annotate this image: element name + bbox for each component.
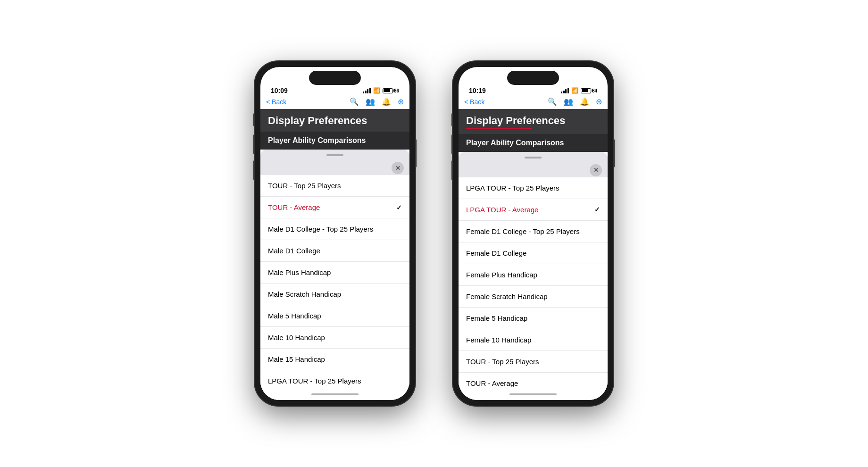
- status-icons-left: 📶 86: [363, 87, 399, 94]
- nav-bar-left: < Back 🔍 👥 🔔 ⊕: [260, 95, 409, 109]
- nav-actions-left: 🔍 👥 🔔 ⊕: [350, 97, 404, 106]
- sheet-list-left: TOUR - Top 25 PlayersTOUR - Average✓Male…: [260, 175, 409, 390]
- checkmark-icon: ✓: [396, 204, 402, 211]
- sheet-item[interactable]: Female 5 Handicap: [459, 308, 608, 329]
- signal-icon-right: [561, 88, 569, 93]
- sheet-item-label: Male Scratch Handicap: [268, 290, 341, 298]
- sheet-item[interactable]: Male 10 Handicap: [260, 327, 409, 349]
- sheet-close-row-right: ✕: [459, 161, 608, 177]
- sheet-item[interactable]: TOUR - Top 25 Players: [459, 351, 608, 373]
- sheet-close-row-left: ✕: [260, 159, 409, 175]
- tab-underline-right: [466, 128, 532, 129]
- back-button-right[interactable]: < Back: [464, 98, 484, 106]
- volume-down-button-right[interactable]: [451, 160, 453, 180]
- battery-level-right: 84: [592, 88, 597, 93]
- status-bar-left: 10:09 📶 86: [260, 85, 409, 95]
- sheet-item[interactable]: Female Plus Handicap: [459, 264, 608, 286]
- subtitle-area-right: Player Ability Comparisons: [459, 134, 608, 152]
- back-button-left[interactable]: < Back: [266, 98, 286, 106]
- sheet-item-label: TOUR - Top 25 Players: [466, 358, 539, 366]
- search-icon-left[interactable]: 🔍: [350, 97, 359, 106]
- home-bar-left: [311, 393, 359, 395]
- page-title-area-left: Display Preferences: [260, 109, 409, 132]
- sheet-item-label: TOUR - Top 25 Players: [268, 182, 341, 190]
- sheet-item[interactable]: LPGA TOUR - Top 25 Players: [459, 177, 608, 199]
- sheet-item-label: Female D1 College - Top 25 Players: [466, 227, 580, 235]
- sheet-item-label: Female D1 College: [466, 249, 526, 257]
- sheet-item[interactable]: Male D1 College: [260, 240, 409, 262]
- sheet-item-label: Female 5 Handicap: [466, 314, 527, 322]
- page-title-area-right: Display Preferences: [459, 109, 608, 134]
- sheet-item[interactable]: Female D1 College: [459, 242, 608, 264]
- sheet-item-label: Male Plus Handicap: [268, 268, 331, 276]
- sheet-right: ✕ LPGA TOUR - Top 25 PlayersLPGA TOUR - …: [459, 152, 608, 400]
- volume-up-button[interactable]: [253, 134, 255, 154]
- dynamic-island-left: [309, 71, 361, 85]
- sheet-item[interactable]: Female 10 Handicap: [459, 329, 608, 351]
- sheet-left: ✕ TOUR - Top 25 PlayersTOUR - Average✓Ma…: [260, 150, 409, 400]
- wifi-icon-left: 📶: [373, 87, 380, 94]
- signal-icon-left: [363, 88, 371, 93]
- people-icon-right[interactable]: 👥: [564, 97, 573, 106]
- status-bar-right: 10:19 📶 84: [459, 85, 608, 95]
- sheet-close-button-right[interactable]: ✕: [590, 164, 602, 176]
- sheet-item-label: Male D1 College: [268, 247, 320, 255]
- sheet-item[interactable]: LPGA TOUR - Top 25 Players: [260, 370, 409, 390]
- status-time-left: 10:09: [271, 87, 288, 94]
- sheet-item[interactable]: TOUR - Average✓: [260, 197, 409, 218]
- battery-icon-left: 86: [383, 88, 399, 93]
- search-icon-right[interactable]: 🔍: [548, 97, 557, 106]
- sheet-item[interactable]: Male D1 College - Top 25 Players: [260, 218, 409, 240]
- home-bar-area-left: [260, 390, 409, 400]
- sheet-item-label: Male D1 College - Top 25 Players: [268, 225, 373, 233]
- sheet-handle-right: [525, 157, 542, 158]
- subtitle-right: Player Ability Comparisons: [466, 139, 600, 147]
- checkmark-icon: ✓: [594, 206, 600, 213]
- sheet-item[interactable]: Female Scratch Handicap: [459, 286, 608, 308]
- sheet-item-label: Male 5 Handicap: [268, 312, 321, 320]
- phone-wrapper: 10:09 📶 86: [255, 61, 613, 406]
- battery-level-left: 86: [394, 88, 399, 93]
- sheet-item[interactable]: Male Plus Handicap: [260, 262, 409, 284]
- page-title-left: Display Preferences: [268, 115, 402, 127]
- add-icon-left[interactable]: ⊕: [398, 97, 404, 106]
- bell-icon-left[interactable]: 🔔: [382, 97, 391, 106]
- volume-down-button[interactable]: [253, 160, 255, 180]
- sheet-item[interactable]: TOUR - Top 25 Players: [260, 175, 409, 197]
- battery-icon-right: 84: [581, 88, 597, 93]
- sheet-item-label: Female 10 Handicap: [466, 336, 531, 344]
- power-button[interactable]: [415, 139, 417, 167]
- sheet-item-label: LPGA TOUR - Top 25 Players: [268, 377, 361, 385]
- sheet-list-right: LPGA TOUR - Top 25 PlayersLPGA TOUR - Av…: [459, 177, 608, 390]
- bell-icon-right[interactable]: 🔔: [580, 97, 589, 106]
- add-icon-right[interactable]: ⊕: [596, 97, 602, 106]
- sheet-item-label: LPGA TOUR - Average: [466, 206, 538, 214]
- people-icon-left[interactable]: 👥: [366, 97, 375, 106]
- sheet-item[interactable]: TOUR - Average: [459, 373, 608, 390]
- sheet-item-label: Female Scratch Handicap: [466, 292, 548, 300]
- page-title-right: Display Preferences: [466, 115, 600, 127]
- nav-bar-right: < Back 🔍 👥 🔔 ⊕: [459, 95, 608, 109]
- phone-right: 10:19 📶 84: [453, 61, 613, 406]
- phone-left-screen: 10:09 📶 86: [260, 67, 409, 400]
- wifi-icon-right: 📶: [571, 87, 578, 94]
- power-button-right[interactable]: [613, 139, 615, 167]
- home-bar-right: [509, 393, 557, 395]
- sheet-close-button-left[interactable]: ✕: [392, 162, 404, 174]
- volume-up-button-right[interactable]: [451, 134, 453, 154]
- sheet-handle-left: [326, 154, 343, 156]
- sheet-item[interactable]: Male 5 Handicap: [260, 305, 409, 327]
- status-icons-right: 📶 84: [561, 87, 597, 94]
- sheet-item-label: TOUR - Average: [466, 379, 518, 387]
- phone-right-screen: 10:19 📶 84: [459, 67, 608, 400]
- sheet-item-label: Female Plus Handicap: [466, 271, 537, 279]
- sheet-item-label: LPGA TOUR - Top 25 Players: [466, 184, 559, 192]
- subtitle-left: Player Ability Comparisons: [268, 136, 402, 145]
- sheet-item[interactable]: Male Scratch Handicap: [260, 284, 409, 305]
- subtitle-area-left: Player Ability Comparisons: [260, 132, 409, 150]
- sheet-item[interactable]: LPGA TOUR - Average✓: [459, 199, 608, 221]
- nav-actions-right: 🔍 👥 🔔 ⊕: [548, 97, 602, 106]
- sheet-item[interactable]: Male 15 Handicap: [260, 349, 409, 370]
- sheet-item[interactable]: Female D1 College - Top 25 Players: [459, 221, 608, 242]
- status-time-right: 10:19: [469, 87, 486, 94]
